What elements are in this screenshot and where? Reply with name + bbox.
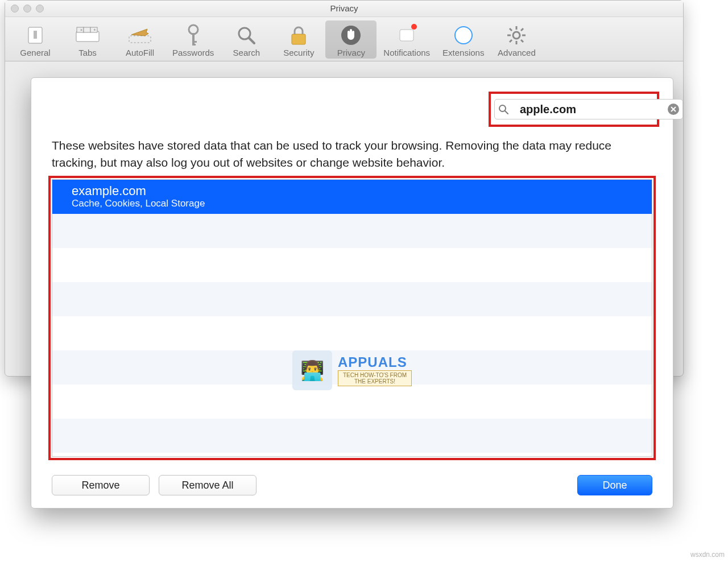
tab-label: Security xyxy=(283,48,314,57)
svg-text:×: × xyxy=(80,28,82,32)
close-window-button[interactable] xyxy=(11,5,19,13)
tab-label: Tabs xyxy=(78,48,97,57)
list-row-empty xyxy=(52,316,652,350)
tab-label: Privacy xyxy=(337,48,365,57)
source-note: wsxdn.com xyxy=(690,551,725,559)
tab-label: Search xyxy=(233,48,260,57)
magnifier-icon xyxy=(234,23,259,48)
tab-autofill[interactable]: AutoFill xyxy=(114,20,166,59)
svg-rect-12 xyxy=(192,44,196,46)
preferences-toolbar: General ×+ Tabs AutoFill Passwords Searc… xyxy=(5,17,683,61)
list-item[interactable]: example.com Cache, Cookies, Local Storag… xyxy=(52,180,652,214)
tab-label: Passwords xyxy=(172,48,214,57)
sheet-button-bar: Remove Remove All Done xyxy=(52,475,652,495)
website-data-list[interactable]: example.com Cache, Cookies, Local Storag… xyxy=(52,179,652,457)
svg-rect-15 xyxy=(292,34,305,44)
tab-extensions[interactable]: Extensions xyxy=(437,20,490,59)
tab-search[interactable]: Search xyxy=(221,20,272,59)
notifications-icon xyxy=(394,23,419,48)
remove-button[interactable]: Remove xyxy=(52,475,150,495)
tab-label: Extensions xyxy=(442,48,484,57)
compass-icon xyxy=(451,23,476,48)
tab-notifications[interactable]: Notifications xyxy=(378,20,436,59)
svg-line-28 xyxy=(521,28,523,31)
tab-security[interactable]: Security xyxy=(273,20,324,59)
list-annotation: example.com Cache, Cookies, Local Storag… xyxy=(48,176,656,460)
svg-rect-17 xyxy=(400,30,413,41)
svg-rect-11 xyxy=(192,41,197,43)
svg-rect-2 xyxy=(76,31,99,42)
svg-rect-4 xyxy=(84,27,90,32)
svg-line-27 xyxy=(521,40,523,42)
list-item-detail: Cache, Cookies, Local Storage xyxy=(72,198,205,209)
tab-tabs[interactable]: ×+ Tabs xyxy=(62,20,113,59)
key-icon xyxy=(181,23,206,48)
tab-advanced[interactable]: Advanced xyxy=(491,20,542,59)
svg-point-21 xyxy=(513,32,520,39)
svg-text:+: + xyxy=(93,27,96,32)
svg-rect-1 xyxy=(34,31,37,39)
lock-icon xyxy=(286,23,311,48)
tab-label: Advanced xyxy=(498,48,536,57)
svg-point-9 xyxy=(189,25,198,34)
search-input[interactable] xyxy=(508,102,668,117)
list-row-empty xyxy=(52,282,652,316)
clear-search-button[interactable] xyxy=(668,104,679,115)
tab-privacy[interactable]: Privacy xyxy=(325,20,377,59)
list-item-domain: example.com xyxy=(72,184,205,198)
titlebar: Privacy xyxy=(5,1,683,17)
general-icon xyxy=(23,23,48,48)
search-icon xyxy=(498,104,508,114)
search-field-container xyxy=(494,99,683,119)
svg-line-29 xyxy=(510,40,512,42)
tab-label: Notifications xyxy=(383,48,430,57)
done-button[interactable]: Done xyxy=(577,475,652,495)
svg-line-14 xyxy=(249,38,254,43)
tabs-icon: ×+ xyxy=(75,23,100,48)
tab-general[interactable]: General xyxy=(10,20,61,59)
list-row-empty xyxy=(52,385,652,419)
list-row-empty xyxy=(52,214,652,248)
svg-point-18 xyxy=(455,27,472,44)
svg-line-31 xyxy=(505,111,508,114)
autofill-icon xyxy=(127,23,152,48)
gear-icon xyxy=(504,23,529,48)
sheet-description: These websites have stored data that can… xyxy=(52,137,652,171)
list-row-empty xyxy=(52,419,652,453)
website-data-sheet: These websites have stored data that can… xyxy=(31,77,673,509)
svg-line-26 xyxy=(510,28,512,31)
list-row-empty xyxy=(52,350,652,385)
minimize-window-button[interactable] xyxy=(23,5,31,13)
search-annotation xyxy=(489,92,659,127)
zoom-window-button[interactable] xyxy=(36,5,44,13)
tab-label: AutoFill xyxy=(126,48,154,57)
window-title: Privacy xyxy=(330,3,358,13)
remove-all-button[interactable]: Remove All xyxy=(159,475,257,495)
hand-icon xyxy=(338,23,363,48)
list-row-empty xyxy=(52,248,652,282)
window-controls xyxy=(11,5,44,13)
svg-rect-8 xyxy=(129,36,151,43)
tab-passwords[interactable]: Passwords xyxy=(167,20,220,59)
tab-label: General xyxy=(20,48,50,57)
